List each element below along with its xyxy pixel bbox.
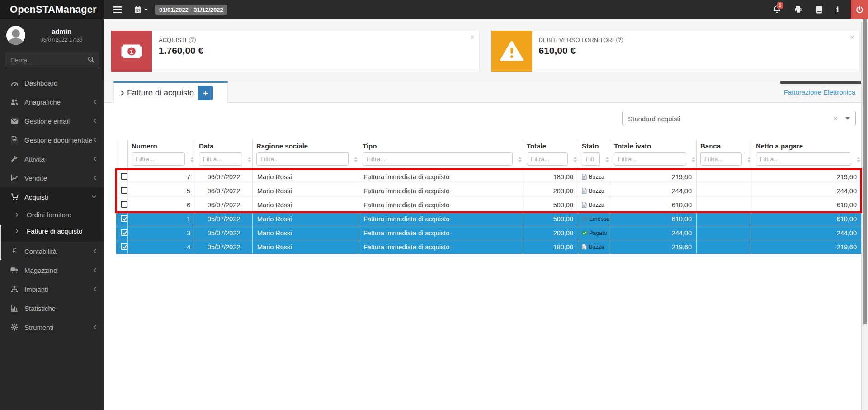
filter-input-banca[interactable] (700, 152, 742, 166)
tab-fatture-di-acquisto[interactable]: Fatture di acquisto + (113, 81, 228, 103)
cell-numero[interactable]: 5 (128, 184, 195, 198)
search-input[interactable] (5, 53, 99, 67)
table-row[interactable]: 105/07/2022Mario RossiFattura immediata … (116, 212, 862, 226)
row-checkbox[interactable] (121, 187, 127, 194)
row-checkbox[interactable] (121, 243, 127, 250)
cell-checkbox[interactable] (116, 170, 128, 184)
sort-icons[interactable] (857, 157, 860, 162)
filter-input-totale-ivato[interactable] (614, 152, 686, 166)
sidebar-item-anagrafiche[interactable]: Anagrafiche (0, 92, 104, 111)
sort-icons[interactable] (248, 157, 251, 162)
column-header[interactable]: Tipo (359, 139, 523, 151)
sidebar-item-gestione-email[interactable]: Gestione email (0, 111, 104, 130)
cell-checkbox[interactable] (116, 212, 128, 226)
sidebar-item-statistiche[interactable]: Statistiche (0, 299, 104, 318)
cell-totale[interactable]: 180,00 (523, 240, 578, 254)
cell-ragione-sociale[interactable]: Mario Rossi (253, 170, 359, 184)
filter-input-data[interactable] (199, 152, 242, 166)
cell-banca[interactable] (697, 212, 752, 226)
sidebar-item-gestione-documentale[interactable]: Gestione documentale (0, 130, 104, 149)
cell-checkbox[interactable] (116, 184, 128, 198)
cell-netto-a-pagare[interactable]: 219,60 (752, 170, 862, 184)
table-row[interactable]: 606/07/2022Mario RossiFattura immediata … (116, 198, 862, 212)
add-invoice-button[interactable]: + (198, 86, 213, 100)
column-header[interactable]: Stato (578, 139, 610, 151)
table-row[interactable]: 305/07/2022Mario RossiFattura immediata … (116, 226, 862, 240)
sort-icons[interactable] (518, 157, 522, 162)
table-row[interactable]: 506/07/2022Mario RossiFattura immediata … (116, 184, 862, 198)
cell-numero[interactable]: 4 (128, 240, 195, 254)
cell-ragione-sociale[interactable]: Mario Rossi (253, 226, 359, 240)
column-header[interactable]: Netto a pagare (752, 139, 862, 151)
date-range-badge[interactable]: 01/01/2022 - 31/12/2022 (155, 5, 227, 15)
row-checkbox[interactable] (121, 201, 127, 208)
sidebar-scrollbar[interactable] (0, 225, 1, 260)
sidebar-item-impianti[interactable]: Impianti (0, 280, 104, 299)
table-row[interactable]: 405/07/2022Mario RossiFattura immediata … (116, 240, 862, 254)
help-icon[interactable]: ? (189, 37, 196, 43)
cell-ragione-sociale[interactable]: Mario Rossi (253, 198, 359, 212)
sidebar-item-fatture-di-acquisto[interactable]: Fatture di acquisto (0, 223, 104, 239)
close-icon[interactable]: × (850, 33, 854, 41)
cell-checkbox[interactable] (116, 240, 128, 254)
cell-totale[interactable]: 200,00 (523, 184, 578, 198)
sidebar-item-contabilita[interactable]: € Contabilità (0, 242, 104, 261)
cell-tipo[interactable]: Fattura immediata di acquisto (359, 198, 523, 212)
cell-data[interactable]: 05/07/2022 (195, 226, 253, 240)
cell-stato[interactable]: Emessa (578, 212, 610, 226)
cell-netto-a-pagare[interactable]: 244,00 (752, 184, 862, 198)
scrollbar-thumb[interactable] (863, 19, 867, 324)
column-header[interactable]: Banca (697, 139, 752, 151)
cell-numero[interactable]: 1 (128, 212, 195, 226)
cell-totale[interactable]: 180,00 (523, 170, 578, 184)
tabs-horizontal-scrollbar[interactable] (780, 81, 861, 84)
column-header[interactable]: Ragione sociale (253, 139, 359, 151)
select-caret-icon[interactable] (845, 117, 850, 120)
cell-totale-ivato[interactable]: 610,00 (610, 198, 697, 212)
cell-stato[interactable]: Bozza (578, 184, 610, 198)
cell-stato[interactable]: Bozza (578, 240, 610, 254)
cell-totale[interactable]: 200,00 (523, 226, 578, 240)
cell-checkbox[interactable] (116, 226, 128, 240)
cell-tipo[interactable]: Fattura immediata di acquisto (359, 184, 523, 198)
close-icon[interactable]: × (470, 33, 475, 41)
cell-stato[interactable]: Pagato (578, 226, 610, 240)
cell-data[interactable]: 06/07/2022 (195, 170, 253, 184)
sidebar-item-ordini-fornitore[interactable]: Ordini fornitore (0, 206, 104, 223)
cell-totale-ivato[interactable]: 219,60 (610, 240, 697, 254)
filter-input-stato[interactable] (582, 152, 600, 166)
info-button[interactable]: i (836, 5, 839, 14)
filter-input-netto-a-pagare[interactable] (756, 152, 851, 166)
notifications-button[interactable]: 1 (773, 5, 781, 14)
cell-totale-ivato[interactable]: 610,00 (610, 212, 697, 226)
filter-input-totale[interactable] (527, 152, 568, 166)
cell-stato[interactable]: Bozza (578, 170, 610, 184)
sort-icons[interactable] (692, 157, 695, 162)
sidebar-item-acquisti[interactable]: Acquisti (0, 187, 104, 206)
saved-filter-select[interactable]: Standard acquisti × (622, 111, 856, 126)
filter-input-ragione-sociale[interactable] (256, 152, 349, 166)
cell-numero[interactable]: 7 (128, 170, 195, 184)
cell-banca[interactable] (697, 198, 752, 212)
cell-netto-a-pagare[interactable]: 610,00 (752, 212, 862, 226)
column-header[interactable]: Totale (523, 139, 578, 151)
sidebar-item-dashboard[interactable]: Dashboard (0, 73, 104, 92)
cell-data[interactable]: 05/07/2022 (195, 212, 253, 226)
help-icon[interactable]: ? (616, 37, 623, 43)
filter-input-numero[interactable] (132, 152, 185, 166)
column-header[interactable]: Numero (128, 139, 195, 151)
sidebar-item-strumenti[interactable]: Strumenti (0, 318, 104, 337)
calendar-dropdown[interactable] (134, 6, 148, 13)
cell-banca[interactable] (697, 170, 752, 184)
cell-numero[interactable]: 3 (128, 226, 195, 240)
cell-totale-ivato[interactable]: 244,00 (610, 184, 697, 198)
docs-button[interactable] (816, 6, 823, 14)
cell-netto-a-pagare[interactable]: 219,60 (752, 240, 862, 254)
cell-netto-a-pagare[interactable]: 244,00 (752, 226, 862, 240)
cell-ragione-sociale[interactable]: Mario Rossi (253, 212, 359, 226)
row-checkbox[interactable] (121, 215, 127, 222)
clear-filter-icon[interactable]: × (834, 115, 837, 122)
logout-button[interactable] (851, 0, 868, 19)
row-checkbox[interactable] (121, 229, 127, 236)
cell-ragione-sociale[interactable]: Mario Rossi (253, 240, 359, 254)
